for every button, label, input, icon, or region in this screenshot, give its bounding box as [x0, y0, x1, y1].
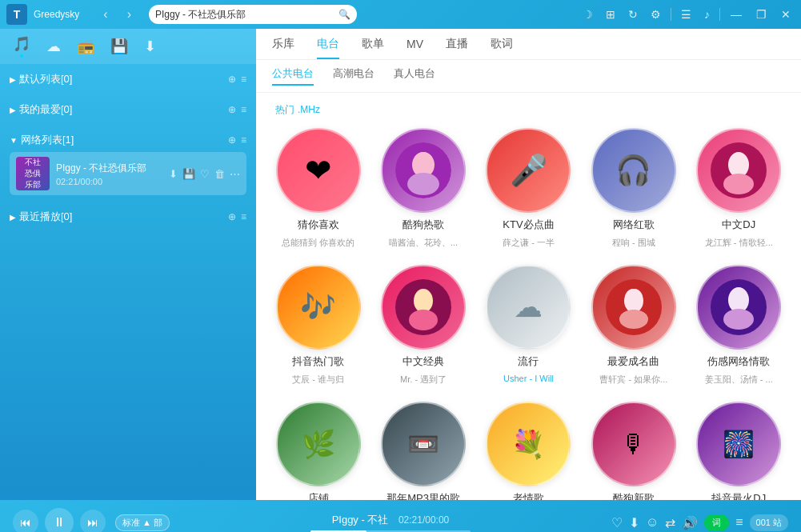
section-default-add-icon[interactable]: ⊕ — [228, 74, 236, 85]
volume-button[interactable]: 🔊 — [682, 515, 698, 530]
next-button[interactable]: ⏭ — [80, 510, 106, 532]
station-item-9[interactable]: 伤感网络情歌 姜玉阳、汤情 - ... — [693, 265, 785, 386]
smiley-button[interactable]: ☺ — [646, 515, 659, 530]
station-thumb-14: 🎆 — [696, 402, 781, 486]
chevron-down-icon: ▼ — [10, 136, 18, 145]
close-button[interactable]: ✕ — [777, 6, 795, 22]
svg-point-6 — [723, 174, 754, 194]
station-item-8[interactable]: 最爱成名曲 曹轩宾 - 如果你... — [587, 265, 679, 386]
heart-icon[interactable]: ♡ — [200, 168, 210, 180]
subtab-public[interactable]: 公共电台 — [272, 66, 314, 86]
section-recent-menu-icon[interactable]: ≡ — [241, 211, 246, 222]
settings-icon-button[interactable]: ⚙ — [647, 6, 664, 22]
section-favorites-header[interactable]: ▶ 我的最爱[0] ⊕ ≡ — [10, 99, 246, 120]
sidebar-section-recent: ▶ 最近播放[0] ⊕ ≡ — [0, 202, 256, 232]
playing-title: PIggy - 不社恐俱乐部 — [56, 162, 162, 175]
section-favorites-menu-icon[interactable]: ≡ — [241, 104, 246, 115]
section-recent-header[interactable]: ▶ 最近播放[0] ⊕ ≡ — [10, 206, 246, 227]
station-item-0[interactable]: ❤ 猜你喜欢 总能猜到 你喜欢的 — [272, 128, 364, 249]
station-name-0: 猜你喜欢 — [298, 218, 339, 232]
station-item-4[interactable]: 中文DJ 龙江辉 - 情歌轻... — [693, 128, 785, 249]
svg-point-10 — [409, 310, 438, 330]
playlist-toggle-button[interactable]: ≡ — [735, 515, 743, 530]
grid-icon-button[interactable]: ⊞ — [603, 6, 619, 22]
section-network-add-icon[interactable]: ⊕ — [228, 134, 236, 146]
minimize-button[interactable]: — — [727, 6, 746, 22]
save-icon[interactable]: 💾 — [182, 168, 195, 180]
tab-radio[interactable]: 电台 — [317, 37, 339, 59]
quality-button[interactable]: 标准 ▲ 部 — [115, 514, 170, 531]
chevron-right-icon2: ▶ — [10, 106, 16, 114]
playing-thumbnail: 不社恐俱乐部 — [16, 157, 50, 190]
lyrics-button[interactable]: 词 — [704, 514, 729, 531]
heart-button[interactable]: ♡ — [611, 515, 623, 530]
tab-live[interactable]: 直播 — [446, 37, 468, 59]
station-name-5: 抖音热门歌 — [292, 354, 344, 369]
subtab-real[interactable]: 真人电台 — [394, 66, 435, 86]
restore-button[interactable]: ❐ — [752, 6, 771, 22]
tab-playlist[interactable]: 歌单 — [362, 37, 384, 59]
subtab-climax[interactable]: 高潮电台 — [333, 66, 374, 86]
search-icon: 🔍 — [338, 9, 350, 20]
now-playing-item[interactable]: 不社恐俱乐部 PIggy - 不社恐俱乐部 02:21/00:00 ⬇ 💾 ♡ … — [10, 152, 246, 195]
station-name-6: 中文经典 — [403, 354, 444, 369]
tab-library[interactable]: 乐库 — [272, 37, 294, 59]
download-song-icon[interactable]: ⬇ — [169, 168, 178, 180]
station-item-6[interactable]: 中文经典 Mr. - 遇到了 — [377, 265, 469, 386]
refresh-icon-button[interactable]: ↻ — [625, 6, 641, 22]
section-network-header[interactable]: ▼ 网络列表[1] ⊕ ≡ — [10, 130, 246, 150]
station-thumb-10: 🌿 — [276, 402, 361, 486]
sidebar-icon-download[interactable]: 💾 — [110, 38, 128, 55]
sidebar-icon-radio[interactable]: 📻 — [77, 38, 94, 55]
section-recent-label: 最近播放[0] — [19, 210, 72, 224]
station-desc-3: 程响 - 围城 — [612, 237, 655, 249]
nav-back-button[interactable]: ‹ — [98, 6, 112, 23]
station-item-1[interactable]: 酷狗热歌 喵酱油、花玲、... — [377, 128, 469, 249]
station-item-5[interactable]: 🎶 抖音热门歌 艾辰 - 谁与归 — [272, 265, 364, 386]
sidebar-icon-music[interactable]: 🎵 — [13, 35, 30, 58]
station-desc-2: 薛之谦 - 一半 — [503, 237, 555, 249]
station-thumb-11: 📼 — [381, 402, 466, 486]
station-item-11[interactable]: 📼 那年MP3里的歌 庞龙 - 杯水情歌 — [377, 402, 469, 500]
list-icon-button[interactable]: ☰ — [678, 6, 695, 22]
download-icon: 💾 — [110, 38, 128, 55]
divider2 — [719, 8, 720, 21]
station-name-11: 那年MP3里的歌 — [386, 491, 460, 500]
section-recent-add-icon[interactable]: ⊕ — [228, 211, 236, 222]
section-title: 热门.MHz — [272, 102, 785, 117]
speaker-icon-button[interactable]: ♪ — [701, 6, 713, 22]
tab-mv[interactable]: MV — [407, 38, 423, 58]
download-button[interactable]: ⬇ — [629, 515, 639, 530]
section-network-menu-icon[interactable]: ≡ — [241, 134, 246, 146]
shuffle-button[interactable]: ⇄ — [665, 515, 675, 530]
pause-button[interactable]: ⏸ — [45, 508, 74, 532]
sidebar-icon-download2[interactable]: ⬇ — [144, 38, 156, 55]
station-item-14[interactable]: 🎆 抖音最火DJ Joysaaaa - 你... — [693, 402, 785, 500]
sidebar-section-default: ▶ 默认列表[0] ⊕ ≡ — [0, 64, 256, 94]
cloud-icon: ☁ — [46, 38, 61, 55]
count-badge: 001 站 — [750, 514, 788, 531]
tab-lyrics[interactable]: 歌词 — [491, 37, 513, 59]
station-item-10[interactable]: 🌿 店铺 戴荃 - 悟空 — [272, 402, 364, 500]
station-item-13[interactable]: 🎙 酷狗新歌 星野 - 未完成恋人 — [587, 402, 679, 500]
delete-icon[interactable]: 🗑 — [214, 168, 225, 180]
nav-forward-button[interactable]: › — [122, 6, 136, 23]
bottom-song-title: PIggy - 不社 02:21/00:00 — [332, 512, 450, 527]
app-name: Greedysky — [34, 9, 79, 20]
station-item-12[interactable]: 💐 老情歌 谢东 - 笑脸 — [483, 402, 575, 500]
section-favorites-add-icon[interactable]: ⊕ — [228, 104, 236, 115]
more-icon[interactable]: ⋯ — [230, 168, 240, 180]
station-item-7[interactable]: ☁ 流行 Usher - I Will — [483, 265, 575, 386]
search-input[interactable] — [155, 9, 334, 20]
station-desc-4: 龙江辉 - 情歌轻... — [705, 237, 773, 249]
moon-icon-button[interactable]: ☽ — [579, 6, 596, 22]
prev-button[interactable]: ⏮ — [13, 510, 38, 532]
sidebar-section-network: ▼ 网络列表[1] ⊕ ≡ 不社恐俱乐部 PIggy - 不社恐俱乐部 02:2… — [0, 125, 256, 202]
station-name-10: 店铺 — [308, 491, 329, 500]
section-default-header[interactable]: ▶ 默认列表[0] ⊕ ≡ — [10, 69, 246, 90]
sidebar-icon-cloud[interactable]: ☁ — [46, 38, 61, 55]
section-default-menu-icon[interactable]: ≡ — [241, 74, 246, 85]
station-item-2[interactable]: 🎤 KTV必点曲 薛之谦 - 一半 — [483, 128, 575, 249]
svg-point-18 — [723, 309, 754, 330]
station-item-3[interactable]: 🎧 网络红歌 程响 - 围城 — [587, 128, 679, 249]
